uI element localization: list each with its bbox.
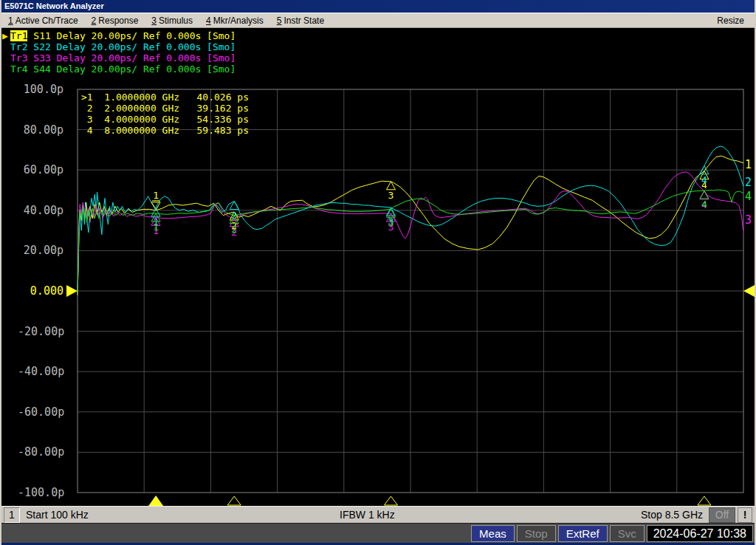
y-axis-tick-label: 100.0p — [18, 83, 63, 96]
menu-item-response[interactable]: 2Response — [85, 16, 145, 26]
axis-marker-4-icon — [698, 496, 711, 505]
menu-item-active-ch-trace[interactable]: 1Active Ch/Trace — [1, 16, 85, 26]
ref-arrow-left-icon — [66, 285, 78, 297]
svg-text:4: 4 — [701, 199, 707, 210]
y-axis-tick-label: -20.00p — [18, 325, 63, 338]
status-bar: 1 Start 100 kHz IFBW 1 kHz Stop 8.5 GHz … — [1, 506, 755, 523]
menu-item-resize[interactable]: Resize — [707, 13, 755, 27]
axis-marker-1-icon — [148, 496, 163, 506]
marker-table-row: 3 4.0000000 GHz 54.336 ps — [81, 114, 249, 125]
active-trace-arrow-icon: ▶ — [2, 30, 8, 41]
y-axis-tick-label: 40.00p — [18, 204, 63, 217]
off-button[interactable]: Off — [709, 507, 735, 523]
stop-indicator: Stop — [517, 525, 556, 542]
meas-indicator: Meas — [471, 525, 515, 542]
window-title: E5071C Network Analyzer — [4, 1, 104, 10]
svg-text:1: 1 — [153, 190, 159, 201]
svg-text:3: 3 — [388, 217, 394, 228]
analyzer-screen: E5071C Network Analyzer 1Active Ch/Trace… — [0, 0, 756, 545]
ifbw-label: IFBW 1 kHz — [340, 509, 395, 521]
menu-item-mkr-analysis[interactable]: 4Mkr/Analysis — [199, 16, 270, 26]
svc-indicator: Svc — [610, 525, 645, 542]
marker-table: >1 1.0000000 GHz 40.026 ps 2 2.0000000 G… — [81, 92, 249, 136]
y-axis-tick-label: -60.00p — [18, 405, 63, 419]
marker-2-tr2-icon — [230, 202, 238, 210]
trace-end-label: 4 — [745, 190, 752, 203]
marker-table-row: 4 8.0000000 GHz 59.483 ps — [81, 125, 249, 136]
trace-info-tr3[interactable]: Tr3 S33 Delay 20.00ps/ Ref 0.000s [Smo] — [1, 52, 236, 64]
axis-marker-3-icon — [384, 496, 397, 505]
svg-text:3: 3 — [388, 190, 394, 201]
alert-indicator[interactable]: ! — [738, 507, 752, 523]
y-axis-tick-label: 60.00p — [18, 163, 63, 176]
y-axis-tick-label: 80.00p — [18, 123, 63, 137]
trace-info-tr1[interactable]: ▶Tr1 S11 Delay 20.00ps/ Ref 0.000s [Smo] — [1, 30, 236, 41]
y-axis-tick-label: -80.00p — [18, 445, 63, 459]
ref-level-label: 0.000 — [18, 284, 63, 298]
y-axis-tick-label: -100.0p — [18, 486, 63, 499]
stop-frequency-label: Stop 8.5 GHz — [641, 509, 703, 521]
axis-marker-2-icon — [227, 496, 241, 505]
trace-info-tr4[interactable]: Tr4 S44 Delay 20.00ps/ Ref 0.000s [Smo] — [1, 64, 236, 75]
trace-markers[interactable]: 1111222233334444 — [151, 166, 709, 238]
trace-info-tr2[interactable]: Tr2 S22 Delay 20.00ps/ Ref 0.000s [Smo] — [1, 41, 236, 52]
display-area: 1111222233334444 ▶Tr1 S11 Delay 20.00ps/… — [1, 28, 755, 506]
graticule — [78, 89, 743, 493]
channel-indicator: 1 — [4, 507, 20, 523]
trace-end-label: 2 — [745, 176, 752, 189]
y-axis-tick-label: -40.00p — [18, 365, 63, 378]
svg-text:2: 2 — [231, 224, 237, 235]
start-frequency-label: Start 100 kHz — [26, 509, 89, 521]
marker-table-row: >1 1.0000000 GHz 40.026 ps — [81, 92, 249, 103]
trace-info-block: ▶Tr1 S11 Delay 20.00ps/ Ref 0.000s [Smo]… — [1, 30, 236, 75]
ref-arrow-right-icon — [743, 285, 755, 297]
title-bar: E5071C Network Analyzer — [1, 0, 755, 13]
marker-axis-indicators[interactable] — [148, 496, 711, 506]
datetime-display: 2024-06-27 10:38 — [647, 525, 753, 542]
menu-item-stimulus[interactable]: 3Stimulus — [145, 16, 199, 26]
menu-item-instr-state[interactable]: 5Instr State — [270, 16, 331, 26]
extref-indicator: ExtRef — [558, 525, 608, 542]
svg-text:1: 1 — [153, 222, 159, 233]
menu-items: 1Active Ch/Trace2Response3Stimulus4Mkr/A… — [1, 16, 331, 26]
y-axis-tick-label: 20.00p — [18, 244, 63, 257]
system-bar: Meas Stop ExtRef Svc 2024-06-27 10:38 — [1, 523, 755, 543]
trace-end-label: 3 — [745, 213, 752, 227]
svg-text:4: 4 — [701, 174, 707, 185]
menu-bar: 1Active Ch/Trace2Response3Stimulus4Mkr/A… — [1, 13, 755, 28]
marker-table-row: 2 2.0000000 GHz 39.162 ps — [81, 103, 249, 114]
trace-end-label: 1 — [745, 158, 752, 171]
